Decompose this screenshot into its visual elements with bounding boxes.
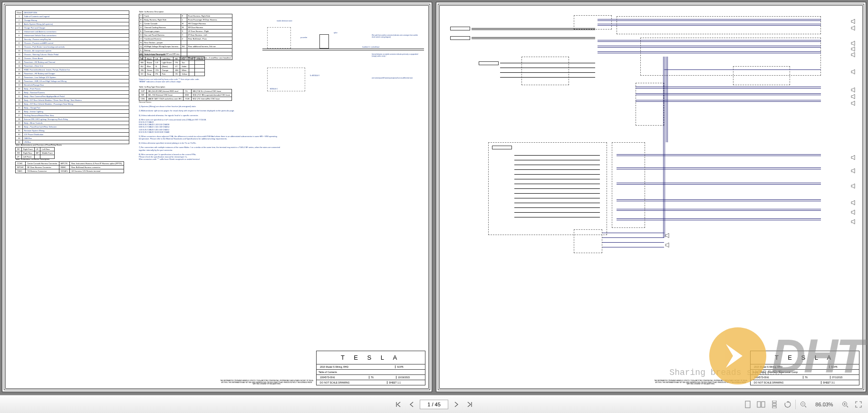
w-mid2b	[598, 47, 821, 48]
note-8: 8) Wire connector part #s specification …	[139, 153, 281, 161]
abbrev-header: Table: Abbreviations and Function of Fus…	[15, 144, 91, 146]
bus-v4	[667, 57, 668, 142]
w-mid3	[598, 51, 821, 52]
note-7: 7) For connectors with multiple instance…	[139, 146, 281, 151]
legend-splice-label: splice	[334, 32, 338, 34]
w-out5b	[617, 210, 821, 211]
wire-h1	[472, 28, 595, 29]
pdf-toolbar: 86.03%	[0, 395, 868, 413]
legend-module-ex: MODULE X	[270, 88, 278, 90]
page-number-input[interactable]	[420, 400, 448, 409]
legend-module-box: MODULE X	[267, 68, 305, 91]
note-6: 6) Unless otherwise specified, terminal …	[139, 142, 281, 144]
w-mid3b	[598, 53, 821, 53]
speaker-icon	[851, 167, 856, 171]
speaker-icon	[851, 182, 856, 187]
w-out5	[617, 209, 821, 209]
note-4: 4) Wire sizes are specified as mm² cross…	[139, 118, 281, 133]
prev-page-button[interactable]	[406, 399, 417, 410]
speaker-icon	[851, 208, 856, 213]
color-header: Table: In-Wire Color Description	[139, 53, 253, 56]
bus-v6	[665, 142, 665, 237]
speaker-icon	[851, 198, 856, 203]
w-out6b	[617, 220, 821, 220]
ring-header: Table: In-Ring Type Description	[139, 86, 253, 88]
enclosure-left-mid	[521, 57, 569, 85]
rotate-button[interactable]	[782, 399, 793, 410]
speaker-icon	[665, 241, 670, 246]
single-page-view-button[interactable]	[742, 399, 753, 410]
disclaimer-text-2: THE INFORMATION CONTAINED HEREIN IS STRI…	[653, 380, 748, 385]
date: 10/19/2015	[396, 376, 423, 379]
module-amplifier	[450, 36, 470, 40]
harness-desc-section: Table: In-Harness Description TTrunkFFro…	[139, 10, 253, 60]
enclosure-right-small	[733, 66, 790, 85]
title-block-page1: T E S L A 2015 Model S Wiring, RHDSOP5 T…	[316, 351, 425, 385]
toolbar-divider	[795, 400, 796, 409]
w-in7	[514, 184, 600, 184]
zoom-in-button[interactable]	[839, 399, 851, 410]
fullscreen-button[interactable]	[853, 399, 864, 410]
speaker-icon	[851, 92, 856, 97]
note-3: 3) Unless indicated otherwise, the signa…	[139, 114, 281, 117]
rev-label: SOP5	[395, 365, 423, 368]
harness-conn-section: Table: In-Harness Connector Description …	[15, 158, 139, 173]
speaker-icon	[851, 17, 856, 22]
pdf-page-1[interactable]: SheetDESCRIPTION 1Table of Contents and …	[2, 2, 432, 392]
w-out4	[617, 199, 821, 200]
legend-diagram: module dimension name pc-number splice W…	[262, 20, 424, 106]
zoom-out-button[interactable]	[798, 399, 809, 410]
w-in1	[514, 155, 600, 156]
w-in12	[514, 207, 600, 208]
toolbar-right: 86.03%	[742, 399, 864, 410]
legend-main-wire2	[262, 50, 424, 50]
module-mid	[479, 61, 499, 65]
w-tr-1b	[598, 20, 821, 21]
legend-module-section-label: Internal between on module connector ind…	[372, 53, 419, 57]
amp-output-block	[636, 83, 664, 126]
toc-head-2: DESCRIPTION	[23, 11, 129, 15]
pdf-viewer-area: SheetDESCRIPTION 1Table of Contents and …	[0, 0, 868, 395]
color-note: Striped wires are indicated by base-colo…	[139, 78, 253, 83]
first-page-button[interactable]	[393, 399, 404, 410]
w-lm3	[500, 72, 595, 73]
speaker-icon	[851, 68, 856, 72]
next-page-button[interactable]	[451, 399, 462, 410]
last-page-button[interactable]	[464, 399, 475, 410]
two-page-view-button[interactable]	[755, 399, 767, 410]
legend-twist: wire twisted pair/diff twisted pair/opti…	[372, 77, 419, 79]
legend-conn-c: Installed-C-C, (x) bulkhead	[362, 46, 379, 48]
w-out6	[617, 218, 821, 219]
note-1: 1) Systems (Wiring) are shown in their I…	[139, 105, 281, 108]
w-mid2	[598, 46, 821, 46]
w-in11	[514, 203, 600, 203]
wiring-diagram	[445, 11, 857, 383]
continuous-view-button[interactable]	[769, 399, 780, 410]
tesla-logo: T E S L A	[317, 351, 425, 364]
w-sub3	[602, 242, 664, 243]
svg-rect-0	[745, 401, 750, 408]
pdf-page-2[interactable]: THE INFORMATION CONTAINED HEREIN IS STRI…	[436, 2, 866, 392]
w-in3	[514, 165, 600, 165]
color-table: BKBlackLBLight BlueRDRedUNunlisted BNBro…	[139, 57, 205, 76]
abbrev-table: RFRight FrontLRLeft Rear RRRight RearMFM…	[15, 147, 55, 159]
svg-rect-3	[772, 401, 776, 403]
rev-label-2: SOP5	[829, 365, 857, 368]
legend-main-wire	[262, 49, 424, 49]
w-out1	[617, 154, 821, 155]
tesla-logo-2: T E S L A	[751, 351, 859, 364]
zoom-level-display[interactable]: 86.03%	[811, 402, 838, 407]
sheet-subtitle: Table of Contents	[318, 371, 337, 374]
bus-v2	[665, 57, 665, 142]
speaker-icon	[851, 45, 856, 49]
speaker-icon	[851, 50, 856, 55]
module-info-hub	[450, 27, 470, 30]
legend-to-module: To: MODULE Y	[310, 75, 319, 77]
enclosure-top	[574, 15, 612, 30]
toc-table: SheetDESCRIPTION 1Table of Contents and …	[15, 10, 129, 144]
speaker-icon	[665, 231, 670, 236]
notes-header: General Notes:	[139, 101, 281, 103]
sub-block	[574, 229, 602, 253]
svg-rect-1	[757, 402, 761, 407]
w-in14	[514, 217, 600, 217]
